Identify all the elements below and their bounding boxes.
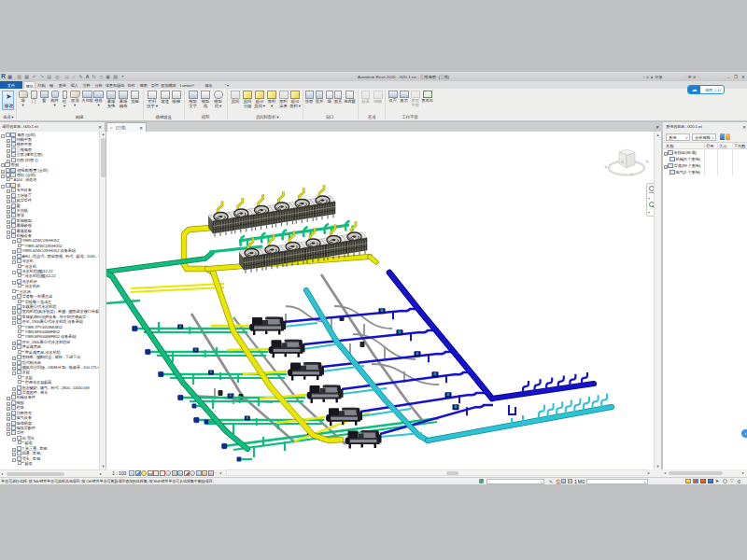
svg-text:上: 上	[624, 150, 627, 154]
svg-text:前: 前	[621, 160, 625, 164]
